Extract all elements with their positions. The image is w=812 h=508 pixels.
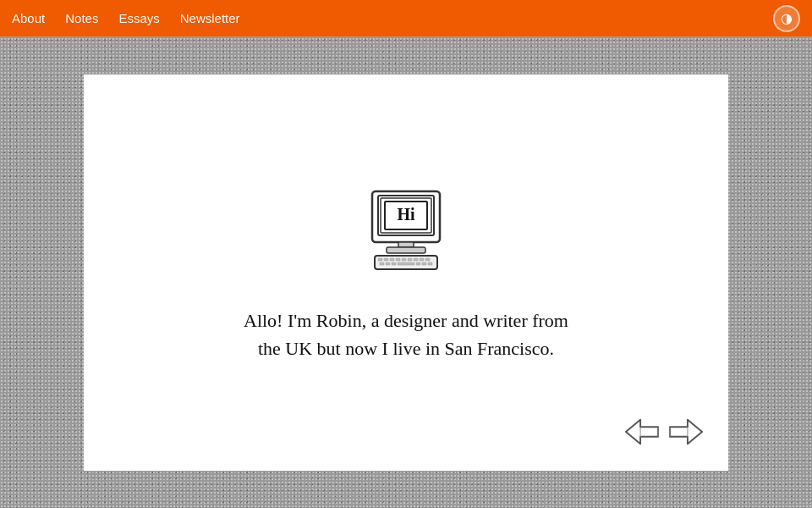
svg-rect-12 [402, 258, 406, 261]
prev-arrow-button[interactable] [623, 417, 661, 447]
theme-toggle-button[interactable]: ◑ [773, 5, 800, 32]
next-arrow-icon [668, 417, 704, 446]
computer-svg: Hi [359, 183, 453, 276]
svg-rect-23 [428, 262, 432, 265]
nav-links: About Notes Essays Newsletter [12, 11, 250, 25]
svg-rect-6 [387, 247, 425, 253]
svg-rect-13 [408, 258, 412, 261]
computer-illustration: Hi [359, 183, 453, 279]
svg-rect-17 [380, 262, 384, 265]
svg-rect-15 [420, 258, 424, 261]
svg-text:Hi: Hi [397, 205, 415, 224]
svg-rect-16 [425, 258, 430, 261]
content-card: Hi [84, 75, 728, 471]
intro-text: Allo! I'm Robin, a designer and writer f… [244, 306, 568, 362]
svg-rect-18 [386, 262, 390, 265]
svg-rect-8 [378, 258, 382, 261]
svg-marker-24 [626, 419, 658, 444]
theme-toggle-icon: ◑ [781, 10, 793, 26]
svg-rect-9 [384, 258, 388, 261]
next-arrow-button[interactable] [667, 417, 705, 447]
nav-arrows [623, 417, 705, 447]
svg-marker-27 [670, 419, 702, 444]
svg-rect-20 [398, 262, 414, 265]
page-body: Hi [0, 36, 812, 508]
nav-about[interactable]: About [12, 11, 55, 25]
svg-rect-11 [396, 258, 400, 261]
svg-rect-5 [398, 242, 414, 247]
svg-rect-14 [414, 258, 418, 261]
nav-essays[interactable]: Essays [108, 11, 169, 25]
navbar: About Notes Essays Newsletter ◑ [0, 0, 812, 36]
nav-newsletter[interactable]: Newsletter [170, 11, 250, 25]
nav-notes[interactable]: Notes [55, 11, 108, 25]
svg-rect-21 [416, 262, 420, 265]
svg-rect-10 [390, 258, 394, 261]
prev-arrow-icon [624, 417, 660, 446]
svg-rect-22 [422, 262, 426, 265]
svg-rect-19 [392, 262, 396, 265]
